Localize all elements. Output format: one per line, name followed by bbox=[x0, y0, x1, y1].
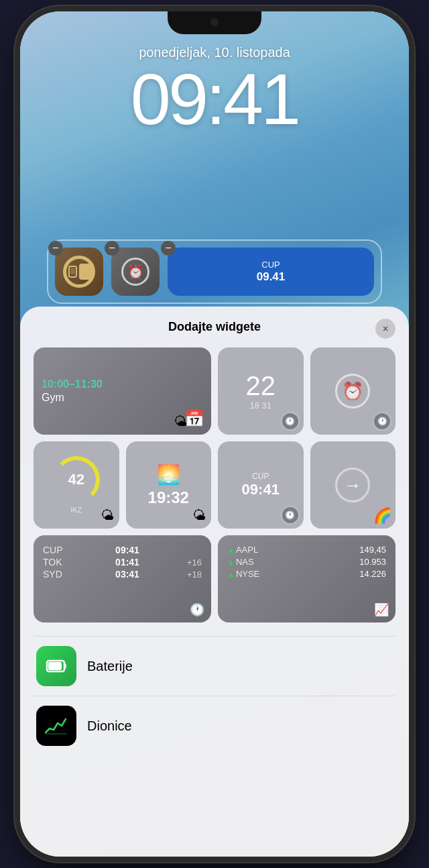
wc-city-cup: CUP bbox=[43, 545, 73, 555]
widget-grid-row1: 10:00–11:30 Gym 🌤 📅 22 18 31 🕐 ⏰ 🕐 bbox=[34, 347, 395, 435]
stock-val-aapl: 149,45 bbox=[359, 545, 386, 555]
arrow-circle-icon: → bbox=[335, 468, 370, 502]
ring-icon: 42 bbox=[53, 456, 100, 503]
alarm-circle-icon: ⏰ bbox=[335, 374, 370, 409]
alarm-widget[interactable]: − ⏰ bbox=[111, 248, 160, 296]
app-list: Baterije Dionice bbox=[34, 636, 395, 755]
mini-clock-icon: 🕐 bbox=[281, 412, 300, 431]
world-clock-widget[interactable]: CUP 09:41 TOK 01:41 +16 SYD 03:41 +18 🕐 bbox=[34, 535, 211, 622]
lockscreen-widget-row[interactable]: − − ⏰ − CUP 09.41 bbox=[47, 239, 382, 304]
calendar-week-numbers: 18 31 bbox=[249, 400, 271, 411]
stock-up-aapl: ▲ bbox=[227, 546, 235, 554]
lockscreen-top: ponedjeljak, 10. listopada 09:41 bbox=[20, 45, 409, 135]
calendar-day-number: 22 bbox=[246, 372, 276, 399]
stock-name-nyse: ▲ NYSE bbox=[227, 569, 259, 579]
world-clock-row-cup: CUP 09:41 bbox=[43, 545, 202, 555]
calendar-icon: 📅 bbox=[184, 409, 204, 428]
alarm-small-widget[interactable]: ⏰ 🕐 bbox=[310, 347, 396, 435]
ring-label: IKZ bbox=[70, 506, 82, 514]
shortcut-widget[interactable]: → 🌈 bbox=[310, 441, 396, 529]
calendar-num-widget[interactable]: 22 18 31 🕐 bbox=[218, 347, 304, 435]
ring-widget[interactable]: 42 IKZ 🌤 bbox=[34, 441, 119, 529]
calendar-event: Gym bbox=[42, 392, 64, 404]
iphone-icon bbox=[66, 264, 79, 280]
world-clock-row-syd: SYD 03:41 +18 bbox=[43, 569, 202, 580]
widget-grid-row3: CUP 09:41 TOK 01:41 +16 SYD 03:41 +18 🕐 bbox=[34, 535, 395, 622]
wc-offset-syd: +18 bbox=[182, 569, 202, 580]
activity-icon: 🌈 bbox=[373, 507, 391, 525]
sunrise-widget[interactable]: 🌅 19:32 🌤 bbox=[126, 441, 212, 529]
stock-up-nas: ▲ bbox=[227, 558, 235, 566]
stock-val-nas: 10.953 bbox=[359, 557, 386, 567]
stocks-widget[interactable]: ▲ AAPL 149,45 ▲ NAS 10.953 ▲ NYSE bbox=[218, 535, 395, 622]
wc-time-tok: 01:41 bbox=[115, 557, 139, 567]
svg-rect-3 bbox=[64, 663, 66, 669]
panel-title: Dodajte widgete bbox=[168, 320, 261, 334]
battery-app-name: Baterije bbox=[87, 659, 133, 674]
stocks-app-icon bbox=[36, 706, 76, 746]
stocks-app-name: Dionice bbox=[87, 718, 132, 734]
sunrise-icon: 🌅 bbox=[157, 464, 180, 486]
remove-cup-widget-button[interactable]: − bbox=[161, 241, 176, 256]
wc-time-cup: 09:41 bbox=[115, 545, 139, 555]
wc-city-syd: SYD bbox=[43, 569, 73, 580]
cup-widget-content: CUP 09.41 bbox=[257, 260, 286, 284]
phone-widget[interactable]: − bbox=[55, 248, 103, 296]
mini-clock2-icon: 🕐 bbox=[281, 506, 300, 525]
panel-header: Dodajte widgete × bbox=[34, 320, 395, 334]
calendar-widget[interactable]: 10:00–11:30 Gym 🌤 📅 bbox=[34, 347, 211, 435]
stock-name-aapl: ▲ AAPL bbox=[227, 545, 258, 555]
widget-grid-row2: 42 IKZ 🌤 🌅 19:32 🌤 CUP 09:41 🕐 bbox=[34, 441, 395, 529]
mini-clock-sm-icon: 🕐 bbox=[373, 412, 391, 431]
cup-small-time: 09:41 bbox=[242, 481, 280, 498]
calendar-time-range: 10:00–11:30 bbox=[42, 378, 103, 390]
lock-time: 09:41 bbox=[131, 63, 298, 135]
remove-phone-widget-button[interactable]: − bbox=[48, 241, 63, 256]
stocks-svg-icon bbox=[43, 714, 70, 738]
ring-number: 42 bbox=[68, 471, 84, 488]
weather-icon2: 🌤 bbox=[101, 508, 114, 523]
notch bbox=[168, 11, 261, 34]
clock-icon2: 🕐 bbox=[281, 506, 300, 525]
weather-icon3: 🌤 bbox=[192, 508, 206, 523]
wc-clock-icon: 🕐 bbox=[190, 602, 204, 617]
battery-app-icon bbox=[36, 646, 76, 686]
stocks-chart-icon: 📈 bbox=[374, 602, 389, 617]
stock-row-nyse: ▲ NYSE 14.226 bbox=[227, 569, 386, 579]
app-item-dionice[interactable]: Dionice bbox=[34, 696, 395, 755]
cup-widget-time: 09.41 bbox=[257, 270, 286, 284]
wc-time-syd: 03:41 bbox=[115, 569, 139, 580]
app-item-baterije[interactable]: Baterije bbox=[34, 636, 395, 696]
clock-sm-icon: 🕐 bbox=[373, 412, 391, 431]
widget-panel: Dodajte widgete × 10:00–11:30 Gym 🌤 📅 22… bbox=[20, 307, 409, 857]
wc-city-tok: TOK bbox=[43, 557, 73, 567]
stock-val-nyse: 14.226 bbox=[359, 569, 386, 579]
cup-small-label: CUP bbox=[252, 472, 269, 481]
remove-alarm-widget-button[interactable]: − bbox=[105, 241, 119, 256]
cup-widget-label: CUP bbox=[257, 260, 286, 270]
wc-offset-tok: +16 bbox=[182, 557, 202, 567]
phone-frame: ponedjeljak, 10. listopada 09:41 − − ⏰ −… bbox=[20, 11, 409, 857]
clock-icon: 🕐 bbox=[281, 412, 300, 431]
sunrise-time: 19:32 bbox=[148, 488, 189, 507]
cup-widget[interactable]: − CUP 09.41 bbox=[168, 248, 374, 296]
close-button[interactable]: × bbox=[375, 319, 395, 339]
stock-name-nas: ▲ NAS bbox=[227, 557, 254, 567]
battery-svg-icon bbox=[44, 654, 68, 678]
phone-ring-icon bbox=[63, 256, 95, 288]
stock-up-nyse: ▲ bbox=[227, 570, 235, 578]
alarm-face-icon: ⏰ bbox=[121, 258, 149, 286]
stock-row-aapl: ▲ AAPL 149,45 bbox=[227, 545, 386, 555]
stock-row-nas: ▲ NAS 10.953 bbox=[227, 557, 386, 567]
svg-rect-1 bbox=[70, 268, 74, 274]
cup-small-widget[interactable]: CUP 09:41 🕐 bbox=[218, 441, 304, 529]
svg-rect-4 bbox=[48, 662, 62, 670]
world-clock-row-tok: TOK 01:41 +16 bbox=[43, 557, 202, 567]
